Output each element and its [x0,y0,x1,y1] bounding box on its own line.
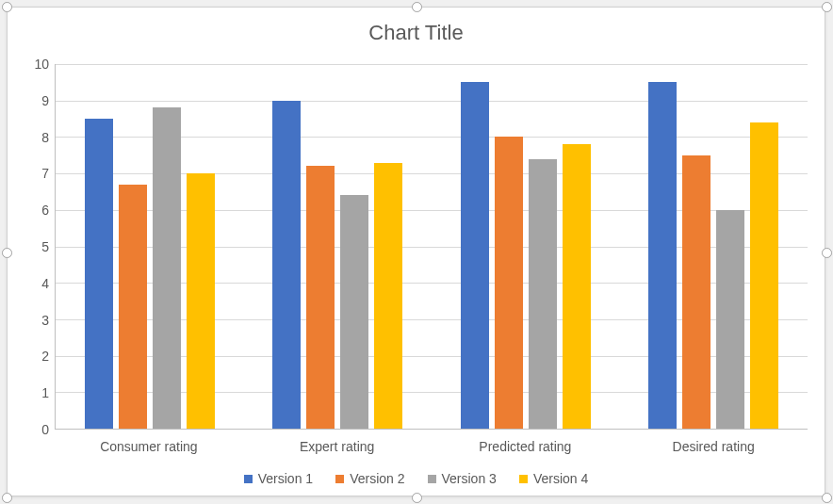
chart-title[interactable]: Chart Title [8,8,825,51]
legend-item[interactable]: Version 1 [244,471,313,486]
legend-label: Version 1 [258,471,313,486]
y-tick-label: 2 [41,350,49,363]
bar[interactable] [340,195,368,429]
y-tick-label: 5 [41,240,49,253]
selection-handle-mr[interactable] [822,248,832,258]
legend-swatch-icon [519,475,528,483]
bar[interactable] [682,155,710,429]
category-group [620,64,808,429]
selection-handle-ml[interactable] [2,248,12,258]
x-tick-label: Consumer rating [55,433,243,454]
x-tick-label: Predicted rating [432,433,620,454]
bar[interactable] [495,137,523,429]
x-axis-labels[interactable]: Consumer ratingExpert ratingPredicted ra… [55,433,808,454]
legend-swatch-icon [335,475,344,483]
y-tick-label: 1 [41,386,49,399]
legend-label: Version 3 [442,471,497,486]
legend-swatch-icon [244,475,253,483]
bar[interactable] [153,107,181,429]
bar[interactable] [563,144,591,429]
y-tick-label: 8 [41,131,49,144]
y-tick-label: 6 [41,203,49,217]
bar[interactable] [461,82,489,429]
legend-label: Version 4 [533,471,588,486]
y-tick-label: 0 [41,423,49,436]
y-tick-label: 4 [41,277,49,290]
x-tick-label: Desired rating [619,433,808,454]
x-tick-label: Expert rating [243,433,432,454]
y-axis[interactable]: 012345678910 [24,64,55,430]
bar[interactable] [529,159,557,429]
category-group [244,64,433,429]
selection-handle-tl[interactable] [2,2,12,12]
selection-handle-bm[interactable] [412,493,422,503]
selection-handle-tm[interactable] [412,2,422,12]
bar[interactable] [750,122,778,429]
y-tick-label: 7 [41,167,49,180]
bar[interactable] [306,166,335,429]
bar[interactable] [648,82,677,429]
legend[interactable]: Version 1Version 2Version 3Version 4 [8,471,825,486]
bar[interactable] [272,101,301,429]
selection-handle-tr[interactable] [822,2,832,12]
y-tick-label: 9 [41,94,49,107]
legend-item[interactable]: Version 2 [335,471,404,486]
selection-handle-bl[interactable] [2,493,12,503]
bar[interactable] [374,163,402,430]
plot-wrap: 012345678910 [24,64,808,430]
legend-item[interactable]: Version 4 [519,471,588,486]
category-group [56,64,244,429]
plot-area[interactable] [55,64,808,430]
bar[interactable] [85,119,113,429]
chart-object[interactable]: Chart Title 012345678910 Consumer rating… [7,7,825,496]
bars-layer [56,64,808,429]
legend-label: Version 2 [350,471,404,486]
legend-swatch-icon [428,475,436,483]
y-tick-label: 10 [34,57,49,71]
category-group [432,64,620,429]
legend-item[interactable]: Version 3 [428,471,497,486]
y-tick-label: 3 [41,314,49,327]
bar[interactable] [716,210,744,429]
bar[interactable] [119,185,147,429]
selection-handle-br[interactable] [822,493,832,503]
bar[interactable] [187,173,215,429]
